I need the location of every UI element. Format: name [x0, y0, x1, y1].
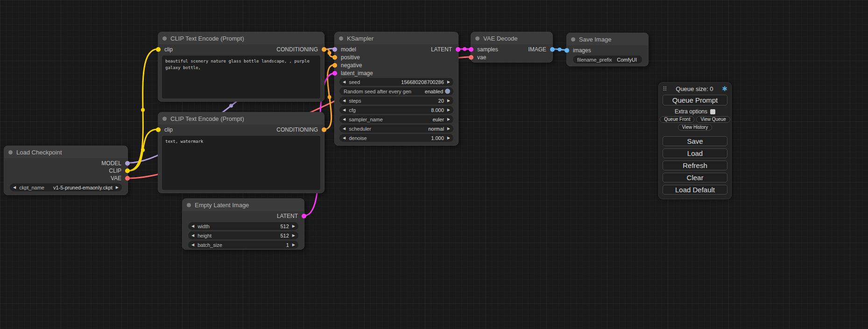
node-empty-latent-image[interactable]: Empty Latent Image LATENT ◀ width 512 ▶ …	[182, 198, 304, 250]
latent-port-dot[interactable]	[469, 47, 473, 52]
increment-arrow-icon[interactable]: ▶	[292, 224, 295, 228]
image-port-dot[interactable]	[550, 47, 555, 52]
node-header[interactable]: CLIP Text Encode (Prompt)	[158, 112, 324, 125]
node-collapse-dot[interactable]	[187, 203, 191, 207]
node-collapse-dot[interactable]	[162, 36, 167, 41]
node-collapse-dot[interactable]	[339, 36, 343, 41]
output-slot-conditioning[interactable]: CONDITIONING	[276, 46, 324, 53]
conditioning-port-dot[interactable]	[322, 127, 326, 132]
node-ksampler[interactable]: KSampler model positive negative latent_…	[334, 32, 459, 146]
input-slot-samples[interactable]: samples	[471, 46, 498, 53]
increment-arrow-icon[interactable]: ▶	[116, 185, 119, 189]
load-default-button[interactable]: Load Default	[663, 185, 727, 195]
widget-denoise[interactable]: ◀ denoise 1.000 ▶	[339, 134, 453, 142]
output-slot-latent[interactable]: LATENT	[431, 46, 458, 53]
decrement-arrow-icon[interactable]: ◀	[343, 126, 346, 131]
vae-port-dot[interactable]	[125, 176, 130, 181]
input-slot-clip[interactable]: clip	[158, 126, 173, 133]
model-port-dot[interactable]	[332, 47, 337, 52]
node-header[interactable]: Empty Latent Image	[183, 199, 304, 211]
increment-arrow-icon[interactable]: ▶	[292, 243, 295, 247]
input-slot-clip[interactable]: clip	[158, 46, 173, 53]
save-button[interactable]: Save	[663, 136, 727, 146]
decrement-arrow-icon[interactable]: ◀	[343, 80, 346, 84]
latent-port-dot[interactable]	[332, 71, 337, 76]
node-header[interactable]: VAE Decode	[471, 32, 552, 44]
negative-prompt-textarea[interactable]: text, watermark	[162, 136, 320, 190]
input-slot-latent-image[interactable]: latent_image	[335, 70, 373, 77]
decrement-arrow-icon[interactable]: ◀	[343, 98, 346, 103]
decrement-arrow-icon[interactable]: ◀	[191, 233, 194, 238]
refresh-button[interactable]: Refresh	[663, 161, 727, 170]
widget-filename-prefix[interactable]: filename_prefix ComfyUI	[573, 56, 642, 63]
decrement-arrow-icon[interactable]: ◀	[343, 136, 346, 140]
view-history-button[interactable]: View History	[678, 124, 712, 131]
random-seed-toggle-dot[interactable]	[445, 89, 450, 94]
widget-scheduler[interactable]: ◀ scheduler normal ▶	[339, 125, 453, 133]
widget-ckpt-name[interactable]: ◀ ckpt_name v1-5-pruned-emaonly.ckpt ▶	[10, 183, 122, 191]
clip-port-dot[interactable]	[156, 127, 161, 132]
output-slot-latent[interactable]: LATENT	[277, 212, 304, 220]
output-slot-image[interactable]: IMAGE	[528, 46, 552, 53]
settings-gear-icon[interactable]: ✱	[722, 85, 727, 92]
increment-arrow-icon[interactable]: ▶	[447, 136, 450, 140]
queue-front-button[interactable]: Queue Front	[660, 116, 694, 123]
widget-seed[interactable]: ◀ seed 156680208700286 ▶	[339, 78, 453, 86]
node-collapse-dot[interactable]	[8, 150, 13, 154]
vae-port-dot[interactable]	[469, 55, 473, 60]
node-header[interactable]: Load Checkpoint	[4, 146, 127, 158]
load-button[interactable]: Load	[663, 148, 727, 158]
node-vae-decode[interactable]: VAE Decode samples vae IMAGE	[471, 32, 553, 63]
clip-port-dot[interactable]	[156, 47, 161, 52]
widget-steps[interactable]: ◀ steps 20 ▶	[339, 97, 453, 105]
node-clip-text-encode-negative[interactable]: CLIP Text Encode (Prompt) clip CONDITION…	[158, 112, 325, 193]
decrement-arrow-icon[interactable]: ◀	[191, 224, 194, 228]
node-header[interactable]: Save Image	[567, 33, 648, 45]
increment-arrow-icon[interactable]: ▶	[447, 126, 450, 131]
input-slot-model[interactable]: model	[335, 46, 356, 53]
input-slot-vae[interactable]: vae	[471, 54, 486, 61]
positive-prompt-textarea[interactable]: beautiful scenery nature glass bottle la…	[162, 56, 320, 98]
node-header[interactable]: KSampler	[335, 32, 458, 44]
node-collapse-dot[interactable]	[162, 117, 167, 121]
widget-width[interactable]: ◀ width 512 ▶	[188, 222, 298, 230]
conditioning-port-dot[interactable]	[322, 47, 326, 52]
output-slot-clip[interactable]: CLIP	[109, 167, 127, 175]
clear-button[interactable]: Clear	[663, 173, 727, 182]
decrement-arrow-icon[interactable]: ◀	[13, 185, 16, 189]
view-queue-button[interactable]: View Queue	[696, 116, 730, 123]
input-slot-negative[interactable]: negative	[335, 62, 362, 69]
clip-port-dot[interactable]	[125, 168, 130, 173]
decrement-arrow-icon[interactable]: ◀	[343, 117, 346, 121]
drag-handle-icon[interactable]: ⠿	[663, 85, 667, 92]
output-slot-model[interactable]: MODEL	[101, 160, 127, 167]
conditioning-port-dot[interactable]	[332, 55, 337, 60]
widget-batch-size[interactable]: ◀ batch_size 1 ▶	[188, 241, 298, 249]
model-port-dot[interactable]	[125, 161, 130, 166]
decrement-arrow-icon[interactable]: ◀	[191, 243, 194, 247]
node-collapse-dot[interactable]	[571, 37, 575, 42]
output-slot-vae[interactable]: VAE	[111, 175, 127, 182]
extra-options-checkbox[interactable]	[710, 109, 715, 114]
queue-prompt-button[interactable]: Queue Prompt	[663, 95, 727, 105]
widget-cfg[interactable]: ◀ cfg 8.000 ▶	[339, 106, 453, 114]
latent-port-dot[interactable]	[302, 214, 306, 218]
conditioning-port-dot[interactable]	[332, 63, 337, 68]
widget-random-seed[interactable]: Random seed after every gen enabled	[339, 87, 453, 95]
widget-height[interactable]: ◀ height 512 ▶	[188, 231, 298, 239]
node-collapse-dot[interactable]	[475, 36, 480, 41]
increment-arrow-icon[interactable]: ▶	[292, 233, 295, 238]
node-header[interactable]: CLIP Text Encode (Prompt)	[158, 32, 324, 44]
image-port-dot[interactable]	[565, 48, 569, 53]
input-slot-positive[interactable]: positive	[335, 54, 360, 61]
widget-sampler-name[interactable]: ◀ sampler_name euler ▶	[339, 115, 453, 123]
output-slot-conditioning[interactable]: CONDITIONING	[276, 126, 324, 133]
increment-arrow-icon[interactable]: ▶	[447, 98, 450, 103]
input-slot-images[interactable]: images	[567, 47, 591, 54]
decrement-arrow-icon[interactable]: ◀	[343, 108, 346, 112]
node-graph-canvas[interactable]: Load Checkpoint MODEL CLIP VAE ◀ ckpt_na…	[0, 0, 868, 329]
node-load-checkpoint[interactable]: Load Checkpoint MODEL CLIP VAE ◀ ckpt_na…	[4, 146, 128, 195]
increment-arrow-icon[interactable]: ▶	[447, 80, 450, 84]
increment-arrow-icon[interactable]: ▶	[447, 117, 450, 121]
latent-port-dot[interactable]	[456, 47, 460, 52]
